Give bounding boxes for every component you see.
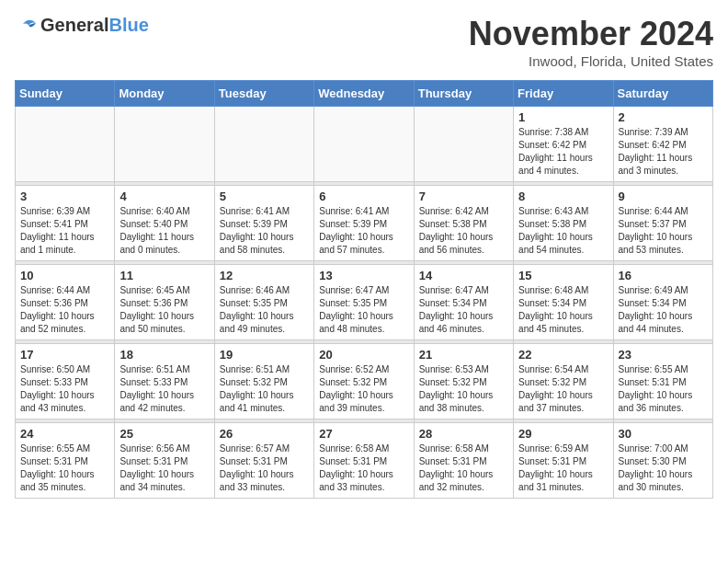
- calendar-cell: 4Sunrise: 6:40 AM Sunset: 5:40 PM Daylig…: [115, 186, 214, 261]
- calendar-cell: 16Sunrise: 6:49 AM Sunset: 5:34 PM Dayli…: [613, 265, 712, 340]
- day-info: Sunrise: 6:41 AM Sunset: 5:39 PM Dayligh…: [319, 205, 408, 257]
- calendar-cell: 22Sunrise: 6:54 AM Sunset: 5:32 PM Dayli…: [514, 344, 613, 419]
- logo: GeneralBlue: [15, 15, 149, 36]
- calendar-cell: 14Sunrise: 6:47 AM Sunset: 5:34 PM Dayli…: [414, 265, 513, 340]
- calendar-cell: 2Sunrise: 7:39 AM Sunset: 6:42 PM Daylig…: [613, 107, 712, 182]
- day-info: Sunrise: 6:54 AM Sunset: 5:32 PM Dayligh…: [518, 363, 608, 415]
- day-number: 2: [619, 110, 708, 124]
- calendar-cell: 29Sunrise: 6:59 AM Sunset: 5:31 PM Dayli…: [514, 423, 613, 499]
- day-number: 11: [119, 269, 209, 282]
- calendar-cell: 10Sunrise: 6:44 AM Sunset: 5:36 PM Dayli…: [16, 265, 115, 340]
- calendar-cell: 11Sunrise: 6:45 AM Sunset: 5:36 PM Dayli…: [115, 265, 214, 340]
- day-info: Sunrise: 6:57 AM Sunset: 5:31 PM Dayligh…: [220, 442, 309, 494]
- day-info: Sunrise: 6:51 AM Sunset: 5:33 PM Dayligh…: [119, 363, 209, 415]
- day-number: 12: [220, 269, 309, 282]
- weekday-header-thursday: Thursday: [414, 81, 513, 107]
- weekday-header-saturday: Saturday: [613, 81, 712, 107]
- day-number: 29: [518, 427, 608, 441]
- day-number: 10: [20, 269, 109, 282]
- calendar-cell: 9Sunrise: 6:44 AM Sunset: 5:37 PM Daylig…: [613, 186, 712, 261]
- day-number: 9: [619, 190, 708, 203]
- day-info: Sunrise: 6:55 AM Sunset: 5:31 PM Dayligh…: [20, 442, 109, 494]
- location-title: Inwood, Florida, United States: [469, 53, 713, 69]
- day-number: 5: [220, 190, 309, 203]
- weekday-header-friday: Friday: [514, 81, 613, 107]
- day-info: Sunrise: 6:51 AM Sunset: 5:32 PM Dayligh…: [220, 363, 309, 415]
- month-title: November 2024: [469, 15, 713, 53]
- calendar-cell: 7Sunrise: 6:42 AM Sunset: 5:38 PM Daylig…: [414, 186, 513, 261]
- day-number: 27: [319, 427, 408, 441]
- day-number: 21: [419, 348, 508, 362]
- day-info: Sunrise: 7:39 AM Sunset: 6:42 PM Dayligh…: [619, 126, 708, 178]
- day-number: 1: [518, 110, 608, 124]
- weekday-header-wednesday: Wednesday: [314, 81, 414, 107]
- day-info: Sunrise: 6:49 AM Sunset: 5:34 PM Dayligh…: [619, 284, 708, 336]
- day-number: 23: [619, 348, 708, 362]
- calendar-cell: [214, 107, 313, 182]
- calendar-cell: [16, 107, 115, 182]
- day-number: 22: [518, 348, 608, 362]
- page-header: GeneralBlue November 2024 Inwood, Florid…: [15, 15, 713, 69]
- calendar-title-area: November 2024 Inwood, Florida, United St…: [469, 15, 713, 69]
- day-number: 25: [119, 427, 209, 441]
- weekday-header-monday: Monday: [115, 81, 214, 107]
- day-info: Sunrise: 6:46 AM Sunset: 5:35 PM Dayligh…: [220, 284, 309, 336]
- day-info: Sunrise: 6:42 AM Sunset: 5:38 PM Dayligh…: [419, 205, 508, 257]
- calendar-cell: 17Sunrise: 6:50 AM Sunset: 5:33 PM Dayli…: [16, 344, 115, 419]
- day-number: 17: [20, 348, 109, 362]
- calendar-cell: [115, 107, 214, 182]
- day-info: Sunrise: 6:53 AM Sunset: 5:32 PM Dayligh…: [419, 363, 508, 415]
- calendar-cell: [414, 107, 513, 182]
- day-info: Sunrise: 6:47 AM Sunset: 5:34 PM Dayligh…: [419, 284, 508, 336]
- day-number: 30: [619, 427, 708, 441]
- day-number: 14: [419, 269, 508, 282]
- calendar-cell: 30Sunrise: 7:00 AM Sunset: 5:30 PM Dayli…: [613, 423, 712, 499]
- day-number: 15: [518, 269, 608, 282]
- day-number: 3: [20, 190, 109, 203]
- weekday-header-tuesday: Tuesday: [214, 81, 313, 107]
- calendar-cell: 25Sunrise: 6:56 AM Sunset: 5:31 PM Dayli…: [115, 423, 214, 499]
- day-info: Sunrise: 6:59 AM Sunset: 5:31 PM Dayligh…: [518, 442, 608, 494]
- weekday-header-sunday: Sunday: [16, 81, 115, 107]
- calendar-cell: 1Sunrise: 7:38 AM Sunset: 6:42 PM Daylig…: [514, 107, 613, 182]
- day-info: Sunrise: 7:38 AM Sunset: 6:42 PM Dayligh…: [518, 126, 608, 178]
- logo-bird-icon: [15, 18, 37, 35]
- day-number: 16: [619, 269, 708, 282]
- day-info: Sunrise: 6:39 AM Sunset: 5:41 PM Dayligh…: [20, 205, 109, 257]
- day-info: Sunrise: 6:48 AM Sunset: 5:34 PM Dayligh…: [518, 284, 608, 336]
- day-number: 6: [319, 190, 408, 203]
- weekday-header-row: SundayMondayTuesdayWednesdayThursdayFrid…: [16, 81, 713, 107]
- day-number: 13: [319, 269, 408, 282]
- calendar-cell: [314, 107, 414, 182]
- day-info: Sunrise: 6:50 AM Sunset: 5:33 PM Dayligh…: [20, 363, 109, 415]
- calendar-cell: 13Sunrise: 6:47 AM Sunset: 5:35 PM Dayli…: [314, 265, 414, 340]
- day-info: Sunrise: 6:43 AM Sunset: 5:38 PM Dayligh…: [518, 205, 608, 257]
- day-info: Sunrise: 6:44 AM Sunset: 5:37 PM Dayligh…: [619, 205, 708, 257]
- calendar-cell: 23Sunrise: 6:55 AM Sunset: 5:31 PM Dayli…: [613, 344, 712, 419]
- calendar-week-row: 10Sunrise: 6:44 AM Sunset: 5:36 PM Dayli…: [16, 265, 713, 340]
- calendar-cell: 20Sunrise: 6:52 AM Sunset: 5:32 PM Dayli…: [314, 344, 414, 419]
- day-number: 20: [319, 348, 408, 362]
- calendar-week-row: 24Sunrise: 6:55 AM Sunset: 5:31 PM Dayli…: [16, 423, 713, 499]
- day-info: Sunrise: 6:56 AM Sunset: 5:31 PM Dayligh…: [119, 442, 209, 494]
- calendar-cell: 26Sunrise: 6:57 AM Sunset: 5:31 PM Dayli…: [214, 423, 313, 499]
- day-number: 24: [20, 427, 109, 441]
- day-info: Sunrise: 6:58 AM Sunset: 5:31 PM Dayligh…: [419, 442, 508, 494]
- day-number: 18: [119, 348, 209, 362]
- calendar-cell: 8Sunrise: 6:43 AM Sunset: 5:38 PM Daylig…: [514, 186, 613, 261]
- calendar-week-row: 3Sunrise: 6:39 AM Sunset: 5:41 PM Daylig…: [16, 186, 713, 261]
- calendar-cell: 5Sunrise: 6:41 AM Sunset: 5:39 PM Daylig…: [214, 186, 313, 261]
- day-number: 4: [119, 190, 209, 203]
- calendar-week-row: 17Sunrise: 6:50 AM Sunset: 5:33 PM Dayli…: [16, 344, 713, 419]
- day-number: 19: [220, 348, 309, 362]
- day-info: Sunrise: 6:45 AM Sunset: 5:36 PM Dayligh…: [119, 284, 209, 336]
- day-info: Sunrise: 6:47 AM Sunset: 5:35 PM Dayligh…: [319, 284, 408, 336]
- calendar-cell: 15Sunrise: 6:48 AM Sunset: 5:34 PM Dayli…: [514, 265, 613, 340]
- day-info: Sunrise: 6:44 AM Sunset: 5:36 PM Dayligh…: [20, 284, 109, 336]
- day-number: 28: [419, 427, 508, 441]
- logo-blue-text: Blue: [108, 15, 148, 35]
- calendar-cell: 3Sunrise: 6:39 AM Sunset: 5:41 PM Daylig…: [16, 186, 115, 261]
- calendar-cell: 12Sunrise: 6:46 AM Sunset: 5:35 PM Dayli…: [214, 265, 313, 340]
- day-number: 7: [419, 190, 508, 203]
- day-info: Sunrise: 6:52 AM Sunset: 5:32 PM Dayligh…: [319, 363, 408, 415]
